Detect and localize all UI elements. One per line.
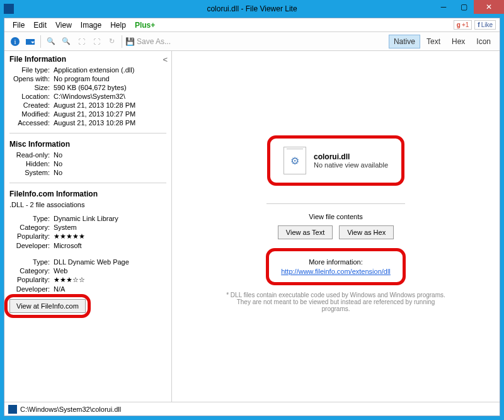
menu-help[interactable]: Help [106, 20, 130, 31]
tab-icon[interactable]: Icon [471, 35, 496, 48]
menu-edit[interactable]: Edit [29, 20, 51, 31]
info-value: August 21, 2013 10:28 PM [54, 101, 166, 109]
close-button[interactable]: ✕ [474, 0, 504, 14]
footnote: * DLL files contain executable code used… [222, 292, 449, 312]
info-row: Developer:Microsoft [9, 242, 166, 249]
info-row: Developer:N/A [9, 285, 166, 293]
view-file-contents-label: View file contents [309, 213, 362, 220]
info-key: Category: [9, 224, 54, 231]
info-value: No [54, 160, 166, 167]
info-key: Type: [9, 258, 54, 266]
menu-image[interactable]: Image [76, 20, 106, 31]
info-row: Type:DLL Dynamic Web Page [9, 258, 166, 266]
facebook-like-button[interactable]: fLike [474, 20, 496, 30]
more-information-link[interactable]: http://www.fileinfo.com/extension/dll [281, 268, 391, 275]
info-key: Opens with: [9, 75, 54, 82]
info-key: Read-only: [9, 151, 54, 159]
info-value: ★★★☆☆ [54, 276, 166, 284]
statusbar-path: C:\Windows\System32\colorui.dll [20, 406, 121, 413]
google-plus-label: +1 [462, 21, 469, 28]
zoom-fit-icon: ⛶ [74, 35, 88, 48]
facebook-like-label: Like [481, 21, 493, 28]
divider [266, 203, 405, 204]
info-row: Accessed:August 21, 2013 10:28 PM [9, 119, 166, 127]
zoom-out-icon: 🔍 [44, 35, 58, 48]
menu-view[interactable]: View [51, 20, 76, 31]
info-key: Developer: [9, 242, 54, 249]
menu-file[interactable]: File [8, 20, 29, 31]
info-key: Created: [9, 101, 54, 109]
floppy-icon: 💾 [125, 37, 135, 46]
fileinfo-assoc: .DLL - 2 file associations [9, 201, 166, 208]
info-row: Hidden:No [9, 160, 166, 167]
info-key: Size: [9, 84, 54, 91]
sidebar: < File Information File type:Application… [4, 51, 172, 402]
info-row: Popularity:★★★☆☆ [9, 276, 166, 284]
save-as-label: Save As... [137, 37, 171, 46]
info-value: August 21, 2013 10:27 PM [54, 110, 166, 118]
info-value: System [54, 224, 166, 231]
google-plus-button[interactable]: g+1 [454, 20, 472, 30]
info-key: Popularity: [9, 232, 54, 241]
no-native-view-message: No native view available [314, 161, 388, 169]
info-icon[interactable]: i [8, 35, 22, 48]
window-title: colorui.dll - File Viewer Lite [0, 4, 504, 13]
titlebar: colorui.dll - File Viewer Lite ─ ▢ ✕ [0, 0, 504, 18]
zoom-in-icon: 🔍 [59, 35, 73, 48]
info-row: System:No [9, 169, 166, 176]
info-key: Accessed: [9, 119, 54, 127]
view-as-text-button[interactable]: View as Text [278, 225, 333, 239]
tab-native[interactable]: Native [389, 35, 420, 48]
info-row: Created:August 21, 2013 10:28 PM [9, 101, 166, 109]
info-key: File type: [9, 66, 54, 74]
info-key: System: [9, 169, 54, 176]
misc-information-section: Misc Information Read-only:NoHidden:NoSy… [9, 140, 166, 183]
file-information-title: File Information [9, 55, 166, 64]
view-at-fileinfo-button[interactable]: View at FileInfo.com [9, 299, 86, 313]
file-icon: ⚙ [284, 147, 306, 174]
menu-plus[interactable]: Plus+ [130, 20, 159, 31]
info-row: Popularity:★★★★★ [9, 232, 166, 241]
info-value: N/A [54, 285, 166, 293]
info-value: Microsoft [54, 242, 166, 249]
info-row: File type:Application extension (.dll) [9, 66, 166, 74]
fileinfo-title: FileInfo.com Information [9, 190, 166, 198]
tab-hex[interactable]: Hex [447, 35, 470, 48]
rotate-icon: ↻ [105, 35, 118, 48]
statusbar: C:\Windows\System32\colorui.dll [4, 402, 500, 416]
info-row: Category:Web [9, 267, 166, 275]
misc-information-title: Misc Information [9, 140, 166, 149]
info-key: Location: [9, 93, 54, 100]
info-key: Type: [9, 215, 54, 222]
svg-text:i: i [14, 38, 16, 45]
save-as-button: 💾 Save As... [125, 37, 171, 46]
info-key: Popularity: [9, 276, 54, 284]
minimize-button[interactable]: ─ [433, 0, 454, 14]
open-icon[interactable] [23, 35, 37, 48]
info-key: Modified: [9, 110, 54, 118]
view-as-hex-button[interactable]: View as Hex [339, 225, 394, 239]
info-value: 590 KB (604,672 bytes) [54, 84, 166, 91]
gear-icon: ⚙ [290, 155, 299, 167]
fileinfo-section: FileInfo.com Information .DLL - 2 file a… [9, 190, 166, 313]
info-row: Location:C:\Windows\System32\ [9, 93, 166, 100]
statusbar-icon [8, 405, 17, 414]
file-information-section: File Information File type:Application e… [9, 55, 166, 133]
info-value: Application extension (.dll) [54, 66, 166, 74]
info-row: Category:System [9, 224, 166, 231]
menubar: File Edit View Image Help Plus+ g+1 fLik… [4, 18, 500, 32]
maximize-button[interactable]: ▢ [454, 0, 474, 14]
fullscreen-icon: ⛶ [89, 35, 103, 48]
collapse-sidebar-icon[interactable]: < [163, 55, 168, 64]
info-value: No [54, 151, 166, 159]
info-row: Read-only:No [9, 151, 166, 159]
info-value: Web [54, 267, 166, 275]
main-view: ⚙ colorui.dll No native view available V… [172, 51, 500, 402]
info-row: Type:Dynamic Link Library [9, 215, 166, 222]
toolbar: i 🔍 🔍 ⛶ ⛶ ↻ 💾 Save As... Native Text Hex… [4, 32, 500, 51]
info-value: No [54, 169, 166, 176]
tab-text[interactable]: Text [421, 35, 445, 48]
info-value: August 21, 2013 10:28 PM [54, 119, 166, 127]
info-row: Opens with:No program found [9, 75, 166, 82]
more-information-label: More information: [281, 258, 391, 266]
